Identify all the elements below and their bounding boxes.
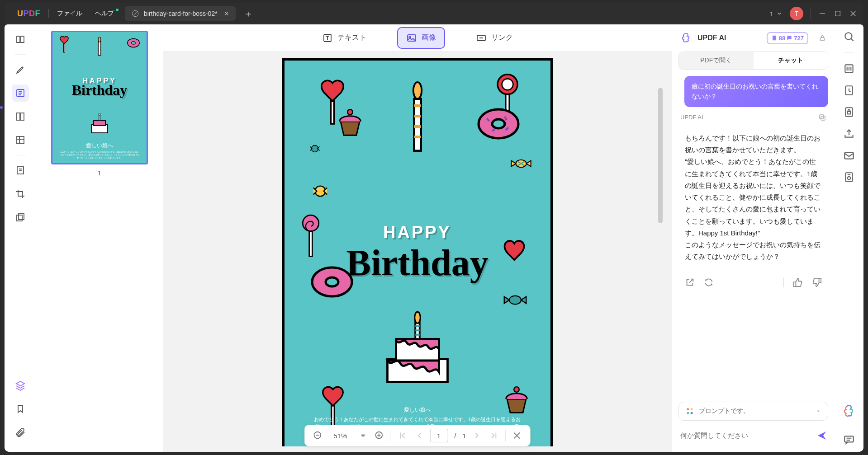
search-icon[interactable] [843, 31, 855, 42]
ai-floating-button[interactable] [842, 404, 856, 418]
cake-icon [86, 110, 113, 137]
svg-point-54 [691, 412, 693, 414]
crop-tool[interactable] [12, 185, 29, 202]
edit-image-button[interactable]: 画像 [397, 27, 445, 49]
svg-rect-6 [17, 167, 24, 174]
new-tab-button[interactable]: ＋ [244, 8, 253, 20]
svg-rect-48 [821, 38, 825, 41]
page-thumbnail[interactable]: HAPPY Birthday 愛しい娘へ おめでとう！あなたがこの世に生まれてき… [51, 31, 148, 164]
edit-link-button[interactable]: リンク [468, 28, 521, 48]
canvas-viewport[interactable]: HAPPY Birthday [163, 52, 672, 452]
heart-lollipop-icon [58, 36, 71, 54]
zoom-out-button[interactable] [313, 431, 323, 441]
page-number-input[interactable] [430, 429, 448, 442]
separator [15, 54, 26, 55]
ai-credits[interactable]: 88 727 [767, 32, 808, 44]
candy-wrapped-icon [510, 155, 532, 172]
menu-help-label: ヘルプ [95, 9, 114, 17]
chevron-down-icon [815, 408, 821, 414]
share-icon[interactable] [843, 128, 855, 140]
svg-point-17 [98, 37, 101, 42]
document-page[interactable]: HAPPY Birthday [282, 58, 553, 446]
svg-rect-13 [64, 44, 65, 52]
svg-rect-35 [309, 231, 312, 257]
left-toolbar [5, 24, 36, 452]
ai-input-row [678, 427, 828, 444]
export-icon[interactable] [685, 277, 695, 287]
thumbs-up-icon[interactable] [793, 277, 803, 287]
card-birthday-text: Birthday [72, 82, 128, 99]
svg-rect-47 [773, 36, 776, 41]
next-page-button[interactable] [473, 431, 483, 441]
card-happy-text: HAPPY [383, 223, 451, 242]
zoom-dropdown[interactable] [358, 431, 368, 441]
print-icon[interactable] [843, 171, 855, 183]
prompt-selector[interactable]: プロンプトです。 [678, 402, 828, 421]
prev-page-button[interactable] [413, 431, 423, 441]
svg-rect-1 [835, 11, 840, 16]
vertical-scrollbar[interactable] [658, 88, 663, 223]
doc-credit-icon [771, 35, 778, 41]
ocr-tool[interactable] [12, 162, 29, 179]
chat-credit-icon [786, 35, 792, 41]
first-page-button[interactable] [397, 431, 407, 441]
convert-icon[interactable] [843, 84, 855, 96]
copy-icon[interactable] [818, 113, 826, 122]
layers-tool[interactable] [12, 377, 29, 394]
regenerate-icon[interactable] [704, 277, 714, 287]
close-window-button[interactable] [849, 9, 857, 18]
svg-point-44 [414, 312, 420, 323]
annotate-tool[interactable] [12, 61, 29, 78]
menu-help[interactable]: ヘルプ [95, 9, 114, 18]
window-counter[interactable]: 1 [770, 10, 783, 18]
batch-tool[interactable] [12, 209, 29, 226]
form-tool[interactable] [12, 131, 29, 149]
zoom-in-button[interactable] [374, 431, 384, 441]
tab-close-button[interactable]: ✕ [224, 10, 229, 17]
reader-tool[interactable] [12, 31, 29, 48]
edit-mode-toolbar: テキスト 画像 リンク [163, 24, 672, 52]
last-page-button[interactable] [489, 431, 499, 441]
ai-tab-ask-pdf[interactable]: PDFで聞く [679, 52, 754, 69]
close-controls-button[interactable] [512, 431, 522, 441]
send-button[interactable] [816, 429, 828, 442]
heart-icon [501, 237, 528, 264]
minimize-button[interactable] [818, 9, 826, 18]
menu-file[interactable]: ファイル [57, 9, 82, 18]
svg-rect-22 [331, 101, 334, 124]
svg-rect-49 [821, 116, 825, 120]
app-logo: UPDF [17, 9, 40, 19]
protect-icon[interactable] [843, 106, 855, 118]
svg-rect-50 [820, 115, 824, 119]
menu-bar: ファイル ヘルプ [57, 9, 114, 18]
edit-text-button[interactable]: テキスト [314, 28, 375, 48]
edit-tool[interactable] [12, 84, 29, 102]
card-msg-title: 愛しい娘へ [313, 406, 521, 414]
ai-header: UPDF AI 88 727 [672, 24, 835, 52]
comment-panel-icon[interactable] [843, 434, 855, 446]
ocr-side-icon[interactable] [843, 63, 855, 75]
maximize-button[interactable] [834, 9, 842, 18]
cupcake-icon [334, 106, 366, 137]
edit-link-label: リンク [491, 33, 513, 42]
attachment-tool[interactable] [12, 424, 29, 441]
workspace: HAPPY Birthday 愛しい娘へ おめでとう！あなたがこの世に生まれてき… [5, 24, 863, 452]
tab-bar: birthday-card-for-boss-02* ✕ ＋ [125, 6, 253, 21]
lock-icon[interactable] [818, 34, 826, 42]
user-avatar[interactable]: T [790, 7, 803, 20]
page-separator: / [454, 432, 456, 440]
svg-point-26 [413, 82, 421, 99]
ai-response-header: UPDF AI [678, 113, 828, 122]
candle-icon [407, 78, 428, 155]
email-icon[interactable] [843, 150, 855, 161]
ai-panel: UPDF AI 88 727 PDFで聞く チャット 娘に初の誕生日のお祝いの言… [672, 24, 835, 452]
thumbs-down-icon[interactable] [812, 277, 822, 287]
document-tab[interactable]: birthday-card-for-boss-02* ✕ [125, 6, 236, 21]
ai-chat-input[interactable] [678, 427, 811, 444]
page-controls: 51% / 1 [304, 425, 531, 446]
thumbnail-page-number: 1 [43, 169, 157, 177]
right-toolbar [835, 24, 863, 452]
page-organize-tool[interactable] [12, 108, 29, 125]
bookmark-tool[interactable] [12, 400, 29, 417]
ai-tab-chat[interactable]: チャット [754, 52, 828, 69]
